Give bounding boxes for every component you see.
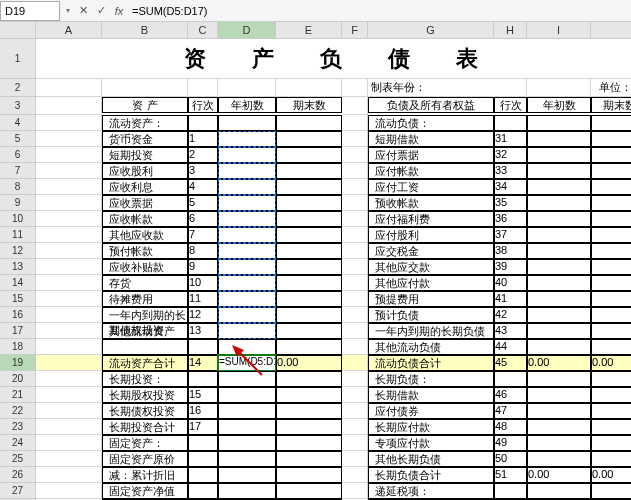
c-a12[interactable] (36, 243, 102, 259)
c-f12[interactable] (342, 243, 368, 259)
cell-d16[interactable] (218, 307, 276, 323)
cell-d25[interactable] (218, 451, 276, 467)
liab-end-22[interactable] (591, 403, 631, 419)
col-header-F[interactable]: F (342, 22, 368, 39)
liab-begin-26[interactable]: 0.00 (527, 467, 591, 483)
cell-d5[interactable] (218, 131, 276, 147)
liab-begin-10[interactable] (527, 211, 591, 227)
asset-end-16[interactable] (276, 307, 342, 323)
liab-begin-8[interactable] (527, 179, 591, 195)
col-header-B[interactable]: B (102, 22, 188, 39)
c-a9[interactable] (36, 195, 102, 211)
cell-d20[interactable] (218, 371, 276, 387)
row-header-2[interactable]: 2 (0, 79, 36, 97)
c-f18[interactable] (342, 339, 368, 355)
row-header-6[interactable]: 6 (0, 147, 36, 163)
asset-end-10[interactable] (276, 211, 342, 227)
c-e2[interactable] (276, 79, 342, 97)
c-f21[interactable] (342, 387, 368, 403)
c-f10[interactable] (342, 211, 368, 227)
c-f20[interactable] (342, 371, 368, 387)
spreadsheet-grid[interactable]: ABCDEFGHI1资 产 负 债 表2制表年份：单位：元3资 产行次年初数期末… (0, 22, 631, 500)
row-header-14[interactable]: 14 (0, 275, 36, 291)
liab-begin-5[interactable] (527, 131, 591, 147)
col-header-C[interactable]: C (188, 22, 218, 39)
asset-end-25[interactable] (276, 451, 342, 467)
row-header-3[interactable]: 3 (0, 97, 36, 115)
cell-d21[interactable] (218, 387, 276, 403)
c-f6[interactable] (342, 147, 368, 163)
row-header-20[interactable]: 20 (0, 371, 36, 387)
c-h2[interactable] (527, 79, 591, 97)
c-a4[interactable] (36, 115, 102, 131)
c-d2[interactable] (218, 79, 276, 97)
liab-end-21[interactable] (591, 387, 631, 403)
asset-end-22[interactable] (276, 403, 342, 419)
col-header-G[interactable]: G (368, 22, 494, 39)
c-a21[interactable] (36, 387, 102, 403)
liab-begin-6[interactable] (527, 147, 591, 163)
liab-begin-21[interactable] (527, 387, 591, 403)
c-a27[interactable] (36, 483, 102, 499)
c-f23[interactable] (342, 419, 368, 435)
asset-end-27[interactable] (276, 483, 342, 499)
c-a14[interactable] (36, 275, 102, 291)
c-a2[interactable] (36, 79, 102, 97)
liab-end-11[interactable] (591, 227, 631, 243)
c-f25[interactable] (342, 451, 368, 467)
c-f16[interactable] (342, 307, 368, 323)
row-header-22[interactable]: 22 (0, 403, 36, 419)
col-header-E[interactable]: E (276, 22, 342, 39)
asset-end-21[interactable] (276, 387, 342, 403)
c-f2[interactable] (342, 79, 368, 97)
formula-input[interactable] (128, 1, 631, 21)
liab-end-25[interactable] (591, 451, 631, 467)
c-f14[interactable] (342, 275, 368, 291)
liab-begin-13[interactable] (527, 259, 591, 275)
c-a22[interactable] (36, 403, 102, 419)
row-header-15[interactable]: 15 (0, 291, 36, 307)
row-header-21[interactable]: 21 (0, 387, 36, 403)
col-header-I[interactable]: I (527, 22, 591, 39)
cell-d12[interactable] (218, 243, 276, 259)
c-f19[interactable] (342, 355, 368, 371)
liab-begin-7[interactable] (527, 163, 591, 179)
liab-end-15[interactable] (591, 291, 631, 307)
cell-d8[interactable] (218, 179, 276, 195)
row-header-25[interactable]: 25 (0, 451, 36, 467)
cell-d4[interactable] (218, 115, 276, 131)
c-a8[interactable] (36, 179, 102, 195)
col-header-H[interactable]: H (494, 22, 527, 39)
asset-end-7[interactable] (276, 163, 342, 179)
liab-end-4[interactable] (591, 115, 631, 131)
cell-d14[interactable] (218, 275, 276, 291)
row-header-27[interactable]: 27 (0, 483, 36, 499)
cell-d24[interactable] (218, 435, 276, 451)
c-a10[interactable] (36, 211, 102, 227)
c-f9[interactable] (342, 195, 368, 211)
c-a6[interactable] (36, 147, 102, 163)
c-f17[interactable] (342, 323, 368, 339)
c-f27[interactable] (342, 483, 368, 499)
asset-end-24[interactable] (276, 435, 342, 451)
c-f5[interactable] (342, 131, 368, 147)
liab-begin-19[interactable]: 0.00 (527, 355, 591, 371)
liab-begin-15[interactable] (527, 291, 591, 307)
asset-end-6[interactable] (276, 147, 342, 163)
asset-end-9[interactable] (276, 195, 342, 211)
liab-begin-25[interactable] (527, 451, 591, 467)
liab-end-8[interactable] (591, 179, 631, 195)
cell-d18[interactable] (218, 339, 276, 355)
liab-end-19[interactable]: 0.00 (591, 355, 631, 371)
liab-end-18[interactable] (591, 339, 631, 355)
c-a15[interactable] (36, 291, 102, 307)
row-header-26[interactable]: 26 (0, 467, 36, 483)
asset-end-8[interactable] (276, 179, 342, 195)
row-header-19[interactable]: 19 (0, 355, 36, 371)
liab-end-23[interactable] (591, 419, 631, 435)
c-a19[interactable] (36, 355, 102, 371)
row-header-13[interactable]: 13 (0, 259, 36, 275)
row-header-8[interactable]: 8 (0, 179, 36, 195)
c-f26[interactable] (342, 467, 368, 483)
cell-d17[interactable] (218, 323, 276, 339)
